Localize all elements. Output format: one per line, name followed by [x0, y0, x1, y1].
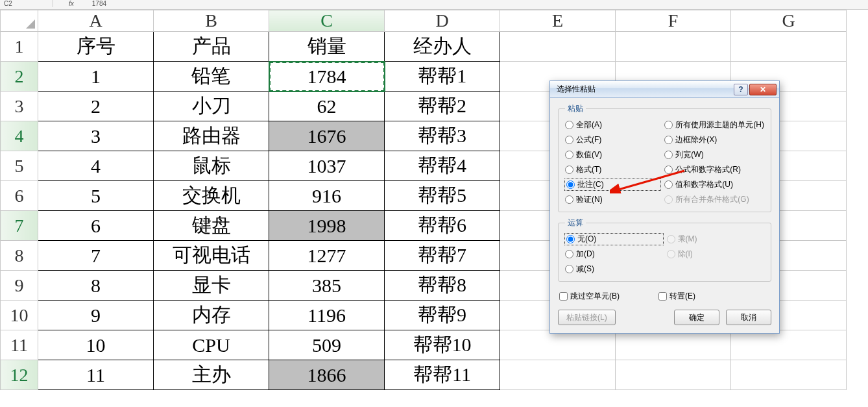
cell[interactable]: 3	[38, 121, 154, 151]
radio-option[interactable]: 值和数字格式(U)	[664, 179, 764, 190]
cell[interactable]: 帮帮8	[385, 271, 500, 301]
cell[interactable]: 7	[38, 241, 154, 271]
cell[interactable]: 1277	[269, 241, 385, 271]
checkbox-transpose[interactable]: 转置(E)	[658, 291, 695, 302]
paste-link-button[interactable]: 粘贴链接(L)	[558, 310, 616, 325]
row-header[interactable]: 2	[1, 62, 38, 92]
select-all-corner[interactable]	[1, 10, 38, 32]
name-box[interactable]: C2	[1, 0, 53, 7]
cell[interactable]: 帮帮11	[385, 360, 500, 390]
cell[interactable]: 内存	[154, 301, 269, 330]
cell[interactable]: 交换机	[154, 181, 269, 211]
col-header-b[interactable]: B	[154, 10, 269, 32]
cell[interactable]: 帮帮9	[385, 301, 500, 330]
cell[interactable]: 509	[269, 330, 385, 360]
radio-option[interactable]: 全部(A)	[565, 119, 660, 130]
cell-blank[interactable]	[731, 330, 847, 360]
cell[interactable]: 帮帮1	[385, 62, 500, 92]
cell[interactable]: 1037	[269, 151, 385, 181]
cell[interactable]: 显卡	[154, 271, 269, 301]
cell[interactable]: 1196	[269, 301, 385, 330]
cell[interactable]: 10	[38, 330, 154, 360]
cell-blank[interactable]	[731, 360, 847, 390]
row-header[interactable]: 5	[1, 151, 38, 181]
col-header-g[interactable]: G	[731, 10, 847, 32]
cell[interactable]: 6	[38, 211, 154, 241]
cell[interactable]: 帮帮5	[385, 181, 500, 211]
row-header[interactable]: 9	[1, 271, 38, 301]
cell[interactable]: 销量	[269, 32, 385, 62]
cell[interactable]: 帮帮7	[385, 241, 500, 271]
cell[interactable]: 帮帮4	[385, 151, 500, 181]
cell[interactable]: 帮帮2	[385, 92, 500, 121]
row-header[interactable]: 11	[1, 330, 38, 360]
cell-blank[interactable]	[616, 32, 731, 62]
radio-option[interactable]: 减(S)	[565, 264, 663, 275]
row-header[interactable]: 1	[1, 32, 38, 62]
cell[interactable]: 可视电话	[154, 241, 269, 271]
cell[interactable]: 385	[269, 271, 385, 301]
radio-option[interactable]: 公式和数字格式(R)	[664, 164, 764, 175]
row-header[interactable]: 7	[1, 211, 38, 241]
cancel-button[interactable]: 取消	[726, 310, 771, 325]
cell[interactable]: 1784	[269, 62, 385, 92]
cell-blank[interactable]	[616, 360, 731, 390]
radio-option[interactable]: 边框除外(X)	[664, 134, 764, 145]
cell[interactable]: 916	[269, 181, 385, 211]
radio-option[interactable]: 无(O)	[565, 234, 663, 245]
dialog-help-button[interactable]: ?	[734, 84, 748, 95]
cell[interactable]: CPU	[154, 330, 269, 360]
col-header-a[interactable]: A	[38, 10, 154, 32]
col-header-c[interactable]: C	[269, 10, 385, 32]
cell-blank[interactable]	[500, 32, 616, 62]
cell[interactable]: 62	[269, 92, 385, 121]
col-header-f[interactable]: F	[616, 10, 731, 32]
cell[interactable]: 4	[38, 151, 154, 181]
row-header[interactable]: 10	[1, 301, 38, 330]
col-header-e[interactable]: E	[500, 10, 616, 32]
cell-blank[interactable]	[616, 330, 731, 360]
cell[interactable]: 2	[38, 92, 154, 121]
cell[interactable]: 铅笔	[154, 62, 269, 92]
row-header[interactable]: 8	[1, 241, 38, 271]
radio-option[interactable]: 批注(C)	[565, 179, 660, 190]
cell[interactable]: 路由器	[154, 121, 269, 151]
row-header[interactable]: 3	[1, 92, 38, 121]
cell[interactable]: 1998	[269, 211, 385, 241]
radio-option[interactable]: 验证(N)	[565, 194, 660, 205]
cell[interactable]: 键盘	[154, 211, 269, 241]
cell[interactable]: 11	[38, 360, 154, 390]
cell[interactable]: 鼠标	[154, 151, 269, 181]
radio-option[interactable]: 格式(T)	[565, 164, 660, 175]
cell[interactable]: 序号	[38, 32, 154, 62]
cell[interactable]: 小刀	[154, 92, 269, 121]
row-header[interactable]: 12	[1, 360, 38, 390]
cell[interactable]: 5	[38, 181, 154, 211]
cell[interactable]: 产品	[154, 32, 269, 62]
cell[interactable]: 8	[38, 271, 154, 301]
cell[interactable]: 主办	[154, 360, 269, 390]
cell-blank[interactable]	[731, 32, 847, 62]
ok-button[interactable]: 确定	[674, 310, 719, 325]
cell[interactable]: 经办人	[385, 32, 500, 62]
cell[interactable]: 帮帮10	[385, 330, 500, 360]
col-header-d[interactable]: D	[385, 10, 500, 32]
cell[interactable]: 1866	[269, 360, 385, 390]
dialog-titlebar[interactable]: 选择性粘贴 ? ✕	[550, 81, 779, 98]
radio-option[interactable]: 所有使用源主题的单元(H)	[664, 119, 764, 130]
cell[interactable]: 帮帮6	[385, 211, 500, 241]
cell[interactable]: 9	[38, 301, 154, 330]
checkbox-skip-blanks[interactable]: 跳过空单元(B)	[559, 291, 620, 302]
radio-option[interactable]: 加(D)	[565, 249, 663, 260]
cell-blank[interactable]	[500, 360, 616, 390]
cell[interactable]: 1	[38, 62, 154, 92]
radio-option[interactable]: 数值(V)	[565, 149, 660, 160]
row-header[interactable]: 4	[1, 121, 38, 151]
dialog-close-button[interactable]: ✕	[749, 84, 777, 95]
cell-blank[interactable]	[500, 330, 616, 360]
radio-option[interactable]: 列宽(W)	[664, 149, 764, 160]
formula-value[interactable]: 1784	[90, 0, 106, 7]
cell[interactable]: 帮帮3	[385, 121, 500, 151]
cell[interactable]: 1676	[269, 121, 385, 151]
row-header[interactable]: 6	[1, 181, 38, 211]
